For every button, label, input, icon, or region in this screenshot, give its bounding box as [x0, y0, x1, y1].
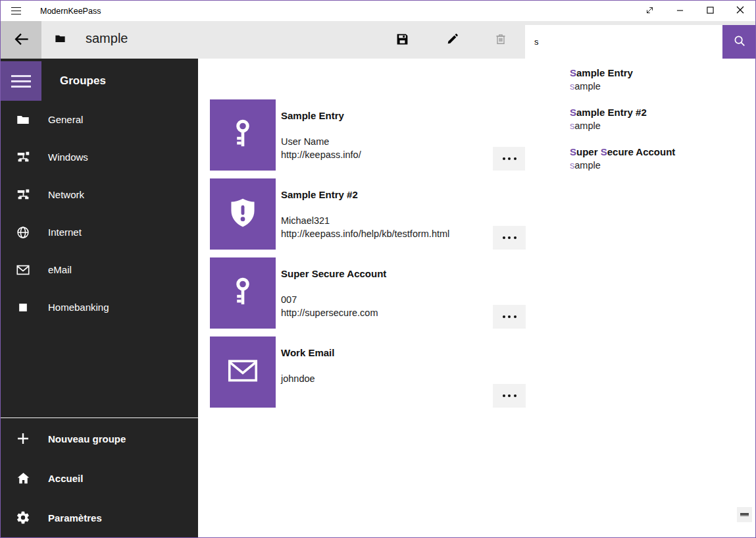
shield-exclamation-icon [225, 195, 261, 233]
search-result[interactable]: Super Secure Account sample [570, 145, 756, 172]
search-result-title: Super Secure Account [570, 145, 756, 159]
mail-icon [225, 353, 261, 391]
folder-icon [15, 112, 31, 128]
window-title: ModernKeePass [40, 7, 101, 16]
key-icon [228, 117, 258, 153]
home-button[interactable]: Accueil [1, 458, 198, 498]
entry-tile [210, 336, 276, 408]
entry-url: http://keepass.info/help/kb/testform.htm… [281, 229, 449, 239]
sidebar-item-email[interactable]: eMail [1, 251, 198, 288]
entry-username: johndoe [281, 373, 315, 384]
save-icon [395, 32, 409, 48]
sidebar-item-homebanking[interactable]: Homebanking [1, 288, 198, 326]
network-icon [15, 187, 31, 203]
search-icon [732, 34, 747, 50]
entry-row[interactable]: Sample Entry #2 Michael321 http://keepas… [210, 178, 568, 250]
sidebar-item-label: Windows [48, 151, 88, 163]
group-list: General Windows Network Internet [1, 101, 198, 326]
key-icon [228, 275, 258, 311]
sidebar: Groupes General Windows Network [1, 59, 198, 537]
search-button[interactable] [722, 25, 756, 59]
save-button[interactable] [392, 30, 412, 50]
window-controls [634, 1, 755, 21]
gear-icon [15, 510, 31, 525]
edit-pencil-icon [445, 32, 459, 48]
entry-tile [210, 257, 276, 329]
close-button[interactable] [725, 1, 755, 21]
delete-trash-icon [494, 32, 507, 48]
database-title: sample [86, 31, 128, 46]
entry-title: Sample Entry #2 [281, 189, 358, 200]
sidebar-item-label: General [48, 114, 83, 125]
entry-username: Michael321 [281, 215, 330, 226]
semantic-zoom-out-button[interactable] [737, 507, 752, 522]
back-arrow-icon [13, 30, 30, 50]
maximize-button[interactable] [695, 1, 725, 21]
minimize-icon [676, 6, 684, 16]
sidebar-item-internet[interactable]: Internet [1, 213, 198, 251]
titlebar: ModernKeePass [1, 1, 755, 21]
globe-icon [15, 225, 31, 240]
search-result[interactable]: Sample Entry sample [570, 66, 756, 93]
sidebar-separator [1, 417, 198, 418]
entry-url: http://supersecure.com [281, 308, 378, 318]
home-icon [15, 470, 31, 486]
settings-button[interactable]: Paramètres [1, 498, 198, 537]
command-bar: sample [1, 21, 755, 59]
entry-title: Sample Entry [281, 110, 344, 121]
entry-tile [210, 99, 276, 171]
mail-icon [15, 262, 31, 278]
network-icon [15, 149, 31, 165]
entry-username: 007 [281, 294, 297, 305]
new-group-button[interactable]: Nouveau groupe [1, 419, 198, 458]
minimize-button[interactable] [665, 1, 695, 21]
search-result-subtitle: sample [570, 159, 756, 172]
groups-heading: Groupes [60, 61, 106, 101]
search-result-subtitle: sample [570, 119, 756, 132]
entry-row[interactable]: Work Email johndoe [210, 336, 568, 408]
search-input[interactable] [525, 25, 722, 59]
entry-url: http://keepass.info/ [281, 149, 361, 160]
entry-row[interactable]: Sample Entry User Name http://keepass.in… [210, 99, 568, 171]
entry-username: User Name [281, 136, 329, 147]
entry-tile [210, 178, 276, 250]
more-button[interactable] [493, 305, 526, 329]
back-button[interactable] [1, 21, 41, 59]
edit-button[interactable] [442, 30, 462, 50]
sidebar-item-label: Internet [48, 227, 82, 238]
sidebar-item-label: Homebanking [48, 302, 109, 313]
more-button[interactable] [493, 147, 526, 171]
sidebar-item-label: Nouveau groupe [48, 433, 126, 444]
more-button[interactable] [493, 384, 526, 408]
close-icon [736, 6, 744, 16]
sidebar-item-network[interactable]: Network [1, 176, 198, 213]
entry-title: Work Email [281, 347, 334, 358]
sidebar-item-windows[interactable]: Windows [1, 138, 198, 176]
sidebar-item-general[interactable]: General [1, 101, 198, 138]
delete-button[interactable] [491, 30, 511, 50]
more-button[interactable] [493, 226, 526, 250]
database-folder-icon [54, 32, 66, 47]
search-result-subtitle: sample [570, 80, 756, 93]
search-result-title: Sample Entry [570, 66, 756, 80]
app-window: ModernKeePass [0, 0, 756, 538]
sidebar-item-label: Accueil [48, 473, 83, 484]
search-result[interactable]: Sample Entry #2 sample [570, 105, 756, 132]
sidebar-item-label: eMail [48, 264, 72, 275]
square-icon [15, 300, 31, 315]
fullscreen-button[interactable] [634, 1, 665, 21]
search-result-title: Sample Entry #2 [570, 105, 756, 119]
nav-toggle-button[interactable] [1, 61, 41, 101]
hamburger-icon[interactable] [11, 7, 21, 15]
search-suggestions: Sample Entry sample Sample Entry #2 samp… [525, 59, 756, 189]
entry-title: Super Secure Account [281, 268, 386, 279]
sidebar-item-label: Network [48, 189, 84, 200]
sidebar-footer: Nouveau groupe Accueil Paramètres [1, 419, 198, 537]
maximize-icon [707, 6, 714, 16]
plus-icon [15, 431, 31, 446]
fullscreen-icon [645, 6, 654, 16]
sidebar-item-label: Paramètres [48, 512, 102, 524]
entry-row[interactable]: Super Secure Account 007 http://supersec… [210, 257, 568, 329]
